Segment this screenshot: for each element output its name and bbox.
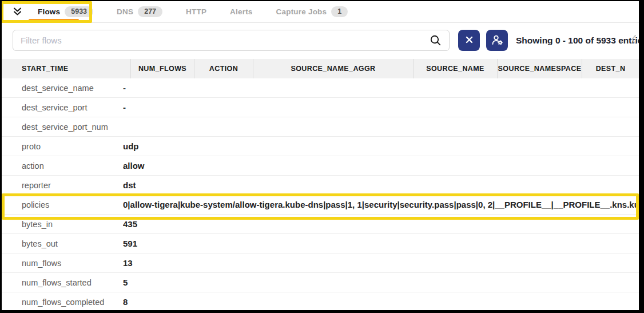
active-tab-underline (29, 19, 79, 21)
tab-http[interactable]: HTTP (186, 7, 206, 16)
table-header-row: START_TIME NUM_FLOWS ACTION SOURCE_NAME_… (2, 59, 639, 78)
detail-key: dest_service_port (2, 103, 123, 112)
detail-key: dest_service_name (2, 84, 123, 93)
column-header-dest-name[interactable]: DEST_N (582, 59, 639, 78)
detail-row-bytes-out: bytes_out 591 (2, 234, 639, 253)
detail-row-action: action allow (2, 156, 639, 176)
detail-value: - (123, 102, 639, 112)
detail-key: action (2, 161, 123, 171)
detail-value: dst (123, 180, 639, 190)
detail-key: bytes_in (2, 220, 123, 229)
detail-row-dest-service-port: dest_service_port - (2, 98, 639, 117)
user-gear-icon (491, 34, 503, 47)
tab-flows-count-badge: 5933 (65, 6, 93, 17)
detail-key: num_flows_completed (2, 298, 123, 307)
detail-key: reporter (2, 181, 123, 190)
detail-key: num_flows (2, 259, 123, 268)
detail-row-proto: proto udp (2, 137, 639, 156)
tab-capture-jobs-label: Capture Jobs (276, 7, 327, 16)
detail-key: num_flows_started (2, 278, 123, 287)
search-icon (430, 34, 442, 49)
detail-value: 8 (123, 297, 639, 307)
detail-row-policies: policies 0|allow-tigera|kube-system/allo… (2, 195, 639, 215)
column-header-num-flows[interactable]: NUM_FLOWS (131, 59, 194, 78)
detail-value: - (123, 83, 639, 93)
column-header-source-name[interactable]: SOURCE_NAME (414, 59, 498, 78)
detail-value: udp (123, 141, 639, 151)
detail-row-reporter: reporter dst (2, 176, 639, 195)
x-icon (466, 36, 473, 45)
detail-row-bytes-in: bytes_in 435 (2, 215, 639, 234)
detail-key: proto (2, 142, 123, 151)
app-window: Flows 5933 DNS 277 HTTP Alerts Capture J… (2, 1, 639, 310)
column-header-start-time[interactable]: START_TIME (2, 59, 131, 78)
results-summary: Showing 0 - 100 of 5933 entries (516, 35, 639, 46)
user-settings-button[interactable] (486, 30, 508, 51)
filter-flows-field (13, 30, 450, 51)
tab-flows[interactable]: Flows 5933 (38, 6, 93, 17)
tab-capture-jobs-count-badge: 1 (331, 6, 348, 17)
detail-row-num-flows-started: num_flows_started 5 (2, 273, 639, 292)
detail-value: allow (123, 161, 639, 171)
double-chevron-down-icon[interactable] (13, 7, 22, 17)
detail-key: bytes_out (2, 239, 123, 248)
detail-value: 13 (123, 258, 639, 268)
detail-value: 435 (123, 219, 639, 229)
tab-dns-count-badge: 277 (138, 6, 162, 17)
detail-value: 0|allow-tigera|kube-system/allow-tigera.… (123, 200, 639, 209)
previous-page-chevron-icon[interactable] (630, 34, 638, 47)
detail-value: 591 (123, 239, 639, 248)
expanded-row-details: dest_service_name - dest_service_port - … (2, 78, 639, 310)
tab-capture-jobs[interactable]: Capture Jobs 1 (276, 6, 348, 17)
detail-row-num-flows: num_flows 13 (2, 253, 639, 273)
detail-key: policies (2, 200, 123, 209)
tab-dns[interactable]: DNS 277 (117, 6, 162, 17)
tab-dns-label: DNS (117, 7, 133, 16)
tab-bar: Flows 5933 DNS 277 HTTP Alerts Capture J… (2, 1, 639, 23)
tab-alerts-label: Alerts (230, 7, 252, 16)
detail-row-dest-service-port-num: dest_service_port_num (2, 117, 639, 137)
column-header-action[interactable]: ACTION (194, 59, 253, 78)
detail-value: 5 (123, 278, 639, 287)
column-header-source-name-aggr[interactable]: SOURCE_NAME_AGGR (253, 59, 414, 78)
detail-row-num-flows-completed: num_flows_completed 8 (2, 292, 639, 310)
tab-flows-label: Flows (38, 7, 60, 16)
tab-alerts[interactable]: Alerts (230, 7, 252, 16)
filter-flows-input[interactable] (13, 30, 450, 51)
detail-row-dest-service-name: dest_service_name - (2, 78, 639, 98)
clear-filter-button[interactable] (458, 30, 480, 51)
detail-key: dest_service_port_num (2, 122, 123, 132)
tab-http-label: HTTP (186, 7, 206, 16)
column-header-source-namespace[interactable]: SOURCE_NAMESPACE (498, 59, 582, 78)
